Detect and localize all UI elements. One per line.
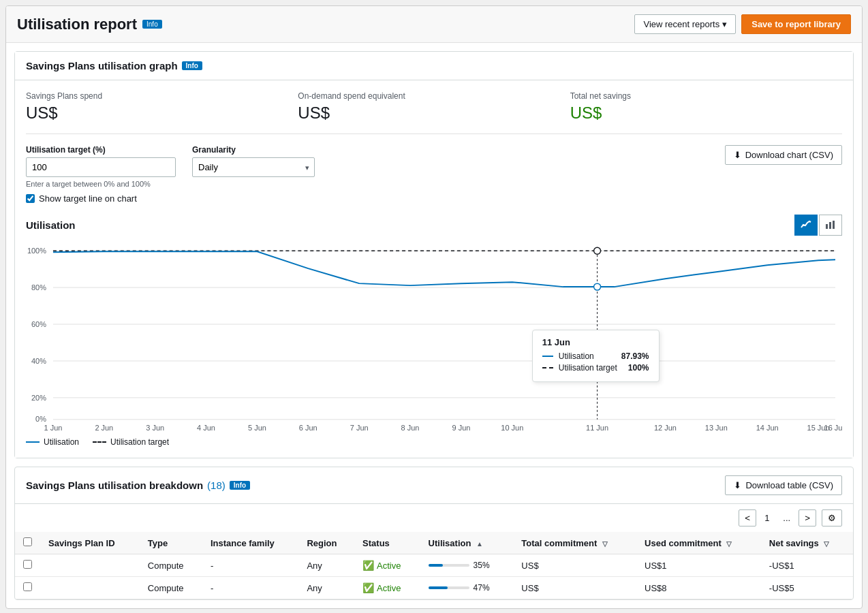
chevron-down-icon: ▾: [722, 19, 727, 29]
cell-id-1: [40, 577, 140, 599]
chart-tooltip: 11 Jun Utilisation 87.93% Utilisatio: [532, 330, 660, 382]
table-controls: < 1 ... > ⚙: [15, 504, 853, 532]
row-checkbox-0[interactable]: [23, 560, 32, 569]
target-hint: Enter a target between 0% and 100%: [26, 180, 176, 188]
page-title: Utilisation report: [17, 16, 137, 33]
target-input[interactable]: [26, 157, 176, 177]
breakdown-count: (18): [207, 480, 226, 491]
chart-title: Utilisation: [26, 219, 76, 231]
svg-rect-0: [826, 224, 828, 229]
tooltip-utilisation-row: Utilisation 87.93%: [542, 351, 649, 361]
show-target-checkbox[interactable]: [26, 194, 35, 203]
cell-net-1: -US$5: [761, 577, 853, 599]
svg-text:4 Jun: 4 Jun: [197, 424, 215, 432]
tooltip-target-value: 100%: [628, 363, 649, 373]
gear-icon: ⚙: [828, 513, 836, 523]
cell-type-0: Compute: [140, 554, 202, 577]
th-status: Status: [354, 532, 420, 554]
breakdown-section: Savings Plans utilisation breakdown (18)…: [14, 467, 854, 600]
cell-total-0: US$: [513, 554, 636, 577]
granularity-label: Granularity: [192, 145, 315, 155]
on-demand-value: US$: [298, 104, 553, 123]
breakdown-info-badge[interactable]: Info: [230, 481, 250, 490]
net-savings-label: Total net savings: [570, 91, 826, 101]
utilisation-chart: 100% 80% 60% 40% 20% 0%: [26, 241, 842, 432]
select-all-checkbox[interactable]: [23, 537, 32, 546]
savings-plans-spend: Savings Plans spend US$: [26, 91, 298, 123]
cell-util-0: 35%: [420, 554, 514, 577]
svg-text:0%: 0%: [35, 415, 46, 423]
cell-used-1: US$8: [636, 577, 761, 599]
cell-used-0: US$1: [636, 554, 761, 577]
cell-region-0: Any: [298, 554, 354, 577]
granularity-select[interactable]: Daily Monthly Hourly: [192, 157, 315, 177]
page-number: 1: [759, 510, 775, 526]
table-settings-button[interactable]: ⚙: [822, 509, 842, 526]
page-info-badge[interactable]: Info: [142, 20, 162, 29]
tooltip-target-label: Utilisation target: [542, 363, 617, 373]
target-label: Utilisation target (%): [26, 145, 176, 155]
graph-section: Savings Plans utilisation graph Info Sav…: [14, 51, 854, 458]
cell-instance-1: -: [202, 577, 299, 599]
download-icon: ⬇: [734, 150, 741, 160]
granularity-control: Granularity Daily Monthly Hourly ▾: [192, 145, 315, 177]
legend-solid-icon: [26, 441, 40, 443]
svg-text:80%: 80%: [31, 283, 46, 292]
on-demand-spend: On-demand spend equivalent US$: [298, 91, 570, 123]
title-area: Utilisation report Info: [17, 16, 162, 33]
bar-chart-button[interactable]: [819, 215, 842, 236]
sort-icon-tc: ▽: [602, 540, 608, 548]
svg-text:7 Jun: 7 Jun: [350, 424, 369, 432]
download-chart-button[interactable]: ⬇ Download chart (CSV): [725, 145, 842, 165]
svg-text:1 Jun: 1 Jun: [44, 424, 63, 432]
legend-target: Utilisation target: [93, 437, 169, 447]
table-row: Compute - Any ✅ Active 47% US$ US$8 -US$…: [15, 577, 853, 599]
graph-section-title: Savings Plans utilisation graph Info: [26, 60, 842, 72]
svg-text:6 Jun: 6 Jun: [299, 424, 317, 432]
tooltip-utilisation-value: 87.93%: [621, 351, 649, 361]
cell-id-0: [40, 554, 140, 577]
svg-rect-2: [833, 221, 835, 229]
page-header: Utilisation report Info View recent repo…: [6, 6, 862, 43]
cell-total-1: US$: [513, 577, 636, 599]
prev-page-button[interactable]: <: [739, 509, 756, 526]
svg-text:14 Jun: 14 Jun: [756, 424, 779, 432]
graph-section-header: Savings Plans utilisation graph Info: [15, 52, 853, 80]
svg-point-17: [594, 247, 601, 254]
sort-icon-uc: ▽: [726, 540, 732, 548]
cell-region-1: Any: [298, 577, 354, 599]
view-recent-reports-button[interactable]: View recent reports ▾: [634, 14, 736, 34]
svg-text:10 Jun: 10 Jun: [501, 424, 523, 432]
row-checkbox-1[interactable]: [23, 582, 32, 591]
th-total-commitment[interactable]: Total commitment ▽: [513, 532, 636, 554]
th-net-savings[interactable]: Net savings ▽: [761, 532, 853, 554]
svg-text:11 Jun: 11 Jun: [586, 424, 608, 432]
svg-text:40%: 40%: [31, 357, 46, 365]
target-control: Utilisation target (%) Enter a target be…: [26, 145, 176, 204]
granularity-select-wrap: Daily Monthly Hourly ▾: [192, 157, 315, 177]
tooltip-line-icon: [542, 356, 553, 357]
svg-text:13 Jun: 13 Jun: [705, 424, 728, 432]
page-ellipsis: ...: [777, 510, 796, 526]
th-instance-family: Instance family: [202, 532, 299, 554]
line-chart-button[interactable]: [794, 215, 818, 236]
pagination: < 1 ... >: [739, 509, 816, 526]
table-row: Compute - Any ✅ Active 35% US$ US$1 -US$…: [15, 554, 853, 577]
metrics-row: Savings Plans spend US$ On-demand spend …: [26, 91, 842, 134]
next-page-button[interactable]: >: [799, 509, 816, 526]
graph-section-body: Savings Plans spend US$ On-demand spend …: [15, 80, 853, 458]
th-used-commitment[interactable]: Used commitment ▽: [636, 532, 761, 554]
th-select-all: [15, 532, 40, 554]
download-table-button[interactable]: ⬇ Download table (CSV): [725, 475, 842, 495]
tooltip-date: 11 Jun: [542, 337, 649, 347]
on-demand-label: On-demand spend equivalent: [298, 91, 553, 101]
legend-dashed-icon: [93, 441, 106, 443]
svg-text:2 Jun: 2 Jun: [95, 424, 113, 432]
save-to-library-button[interactable]: Save to report library: [741, 14, 851, 34]
header-actions: View recent reports ▾ Save to report lib…: [634, 14, 851, 34]
svg-text:100%: 100%: [27, 247, 46, 255]
spend-label: Savings Plans spend: [26, 91, 281, 101]
graph-info-badge[interactable]: Info: [182, 61, 202, 70]
th-utilisation[interactable]: Utilisation ▲: [420, 532, 514, 554]
svg-text:60%: 60%: [31, 320, 46, 328]
